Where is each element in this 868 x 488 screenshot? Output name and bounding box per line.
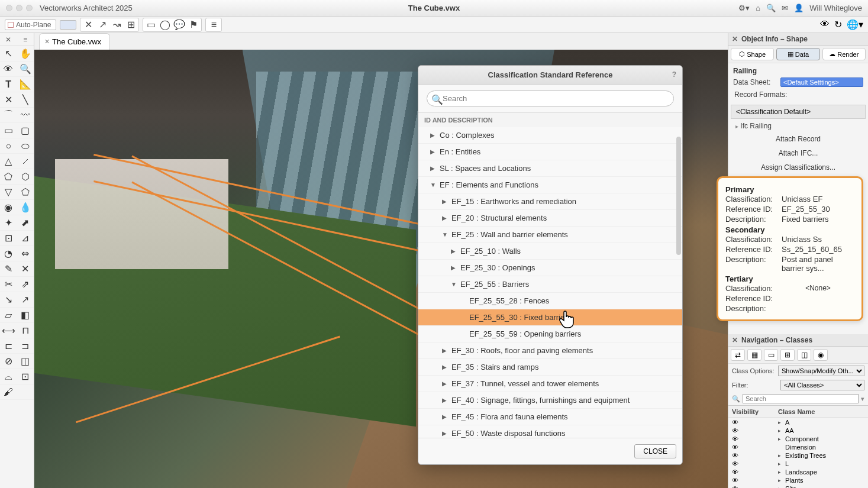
tree-row[interactable]: ▶EF_25_10 : Walls [418, 243, 682, 260]
attach-ifc-button[interactable]: Attach IFC... [733, 147, 864, 159]
tool-polygon-icon[interactable]: ⬠ [0, 169, 17, 185]
class-row[interactable]: 👁▸Site [728, 484, 868, 488]
classification-default-row[interactable]: <Classification Default> [731, 105, 866, 119]
tool-mirror-icon[interactable]: ⇔ [17, 246, 34, 261]
tree-row[interactable]: EF_25_55_28 : Fences [418, 293, 682, 309]
class-row[interactable]: 👁Dimension [728, 443, 868, 451]
nav-icon[interactable]: ⇄ [731, 349, 745, 361]
tool-select-icon[interactable]: ⬈ [17, 215, 34, 231]
tool-orbit-icon[interactable]: 👁 [0, 62, 17, 77]
tool-text-icon[interactable]: T [0, 77, 17, 92]
zoom-window-icon[interactable] [26, 5, 33, 11]
tool-scissors-icon[interactable]: ✂ [0, 277, 17, 292]
eye-icon[interactable]: 👁 [732, 427, 746, 434]
tree-row[interactable]: ▶Co : Complexes [418, 127, 682, 144]
tree-row[interactable]: ▶EF_35 : Stairs and ramps [418, 359, 682, 376]
autoplane-toggle[interactable]: Auto-Plane [5, 20, 56, 30]
dropdown-icon[interactable]: ▾ [861, 395, 864, 403]
tree-row[interactable]: ▶EF_37 : Tunnel, vessel and tower elemen… [418, 376, 682, 392]
nav-icon[interactable]: ▦ [747, 349, 761, 361]
nav-icon[interactable]: ⊞ [780, 349, 795, 361]
close-window-icon[interactable] [6, 5, 12, 11]
tree-row[interactable]: ▶EF_30 : Roofs, floor and paving element… [418, 342, 682, 359]
class-row[interactable]: 👁▸Existing Trees [728, 451, 868, 460]
document-tab[interactable]: ✕ The Cube.vwx [39, 33, 110, 50]
tree-row[interactable]: ▶EF_40 : Signage, fittings, furnishings … [418, 392, 682, 409]
tool-circle-icon[interactable]: ○ [0, 138, 17, 154]
close-tab-icon[interactable]: ✕ [44, 38, 50, 46]
tree-row[interactable]: ▶SL : Spaces and Locations [418, 160, 682, 177]
tool-icon[interactable]: ✕ [82, 20, 95, 30]
tool-icon[interactable]: ⊿ [17, 231, 34, 246]
tool-roundrect-icon[interactable]: ▢ [17, 123, 34, 138]
tool-shape-icon[interactable]: ⬡ [17, 169, 34, 185]
globe-icon[interactable]: 🌐▾ [847, 19, 863, 30]
tool-icon[interactable]: ◫ [17, 354, 34, 369]
tool-zoom-icon[interactable]: 🔍 [17, 62, 34, 77]
nav-search-input[interactable] [743, 394, 859, 403]
search-icon[interactable]: 🔍 [766, 4, 776, 12]
dialog-search-input[interactable] [427, 91, 674, 106]
assign-classifications-button[interactable]: Assign Classifications... [733, 161, 864, 173]
datasheet-select[interactable]: <Default Setttings> [780, 77, 863, 87]
class-row[interactable]: 👁▸Landscape [728, 468, 868, 476]
tool-icon[interactable]: ▭ [144, 20, 157, 30]
tool-brush-icon[interactable]: ✎ [0, 261, 17, 277]
nav-icon[interactable]: ◉ [814, 349, 828, 361]
class-row[interactable]: 👁▸AA [728, 426, 868, 435]
eye-icon[interactable]: 👁 [732, 419, 746, 426]
tree-row[interactable]: ▶EF_20 : Structural elements [418, 210, 682, 227]
tool-icon[interactable]: ⊓ [17, 323, 34, 338]
tool-icon[interactable]: ≡ [207, 20, 220, 30]
tab-data[interactable]: ▦Data [776, 48, 819, 60]
close-icon[interactable]: ✕ [0, 33, 17, 46]
tool-icon[interactable]: ⌓ [0, 369, 17, 384]
tool-spiral-icon[interactable]: ◉ [0, 200, 17, 215]
mail-icon[interactable]: ✉ [782, 4, 788, 12]
menu-icon[interactable]: ≡ [17, 33, 34, 46]
eye-icon[interactable]: 👁 [732, 444, 746, 451]
tool-freehand-icon[interactable]: 〰 [17, 108, 34, 123]
tool-pan-icon[interactable]: ✋ [17, 46, 34, 62]
tool-icon[interactable]: ⚑ [187, 20, 200, 30]
tool-icon[interactable]: ⬠ [17, 185, 34, 200]
tool-icon[interactable]: 💬 [173, 20, 186, 30]
tree-row[interactable]: EF_25_55_59 : Opening barriers [418, 326, 682, 342]
close-panel-icon[interactable]: ✕ [732, 35, 738, 43]
ifc-railing-row[interactable]: ▸ Ifc Railing [728, 120, 868, 132]
tool-measure-icon[interactable]: 📐 [17, 77, 34, 92]
help-icon[interactable]: ? [672, 70, 676, 79]
class-row[interactable]: 👁▸L [728, 460, 868, 468]
tool-icon[interactable]: ↗ [96, 20, 109, 30]
tool-icon[interactable]: ⟷ [0, 323, 17, 338]
tool-eyedrop-icon[interactable]: 💧 [17, 200, 34, 215]
minimize-window-icon[interactable] [16, 5, 22, 11]
tool-icon[interactable]: ▱ [0, 308, 17, 323]
close-panel-icon[interactable]: ✕ [732, 336, 738, 344]
eye-icon[interactable]: 👁 [732, 477, 746, 484]
tool-icon[interactable]: ⊐ [17, 338, 34, 354]
tree-row[interactable]: ▶En : Entities [418, 144, 682, 160]
gear-icon[interactable]: ⚙︎▾ [738, 4, 750, 12]
eye-icon[interactable]: 👁 [732, 468, 746, 476]
filter-select[interactable]: <All Classes> [780, 380, 864, 390]
tree-row[interactable]: EF_25_55_30 : Fixed barriers [418, 309, 682, 326]
plane-mode-icon[interactable] [60, 20, 76, 30]
tree-row[interactable]: ▶EF_45 : Flora and fauna elements [418, 409, 682, 425]
attach-record-button[interactable]: Attach Record [733, 133, 864, 145]
tool-icon[interactable]: ✕ [0, 92, 17, 108]
tool-icon[interactable]: ⊏ [0, 338, 17, 354]
tool-arc-icon[interactable]: ⌒ [0, 108, 17, 123]
tool-line-icon[interactable]: ╲ [17, 92, 34, 108]
tool-icon[interactable]: ✕ [17, 261, 34, 277]
tool-icon[interactable]: ⇗ [17, 277, 34, 292]
close-button[interactable]: CLOSE [634, 444, 676, 458]
tool-icon[interactable]: ↝ [110, 20, 123, 30]
tool-icon[interactable]: ↘ [0, 292, 17, 308]
tool-icon[interactable]: ◧ [17, 308, 34, 323]
tool-rect-icon[interactable]: ▭ [0, 123, 17, 138]
class-row[interactable]: 👁▸Component [728, 435, 868, 443]
tree-row[interactable]: ▼EF_25 : Wall and barrier elements [418, 227, 682, 243]
nav-icon[interactable]: ◫ [797, 349, 811, 361]
tree-row[interactable]: ▶EF_25_30 : Openings [418, 260, 682, 276]
